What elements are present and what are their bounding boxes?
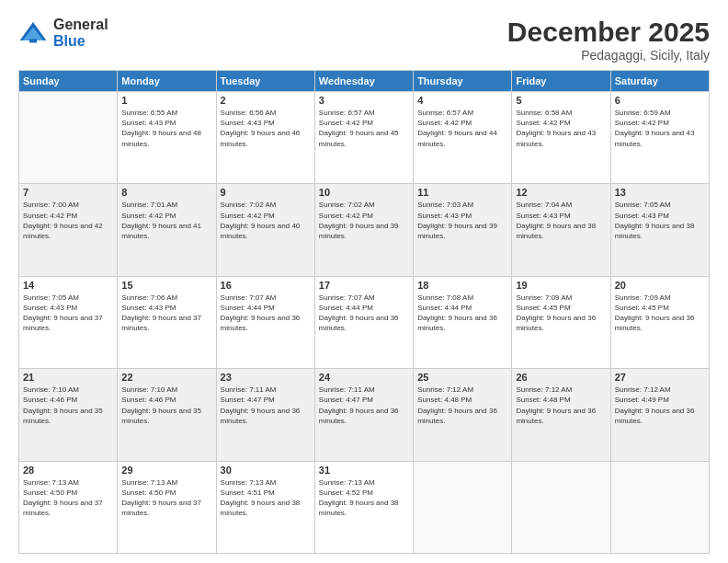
day-number: 15 xyxy=(121,280,211,291)
cell-content: Sunrise: 7:07 AMSunset: 4:44 PMDaylight:… xyxy=(319,293,409,334)
cell-content: Sunrise: 7:06 AMSunset: 4:43 PMDaylight:… xyxy=(121,293,211,334)
cell-content: Sunrise: 7:12 AMSunset: 4:49 PMDaylight:… xyxy=(615,385,705,426)
day-number: 27 xyxy=(615,372,705,383)
calendar-cell: 14Sunrise: 7:05 AMSunset: 4:43 PMDayligh… xyxy=(19,276,118,368)
cell-content: Sunrise: 7:13 AMSunset: 4:51 PMDaylight:… xyxy=(221,477,311,519)
day-number: 14 xyxy=(23,280,113,291)
calendar-week-row: 14Sunrise: 7:05 AMSunset: 4:43 PMDayligh… xyxy=(19,276,710,368)
cell-content: Sunrise: 6:57 AMSunset: 4:42 PMDaylight:… xyxy=(417,108,507,149)
cell-content: Sunrise: 7:02 AMSunset: 4:42 PMDaylight:… xyxy=(221,200,311,241)
day-number: 9 xyxy=(221,187,311,198)
col-sunday: Sunday xyxy=(19,71,118,92)
calendar-cell: 28Sunrise: 7:13 AMSunset: 4:50 PMDayligh… xyxy=(19,461,118,553)
day-number: 23 xyxy=(221,372,311,383)
cell-content: Sunrise: 7:07 AMSunset: 4:44 PMDaylight:… xyxy=(221,293,311,334)
calendar-cell: 3Sunrise: 6:57 AMSunset: 4:42 PMDaylight… xyxy=(314,92,413,184)
logo-text: General Blue xyxy=(53,17,108,49)
header: General Blue December 2025 Pedagaggi, Si… xyxy=(18,17,710,63)
day-number: 5 xyxy=(516,95,606,106)
calendar-week-row: 21Sunrise: 7:10 AMSunset: 4:46 PMDayligh… xyxy=(19,369,710,461)
cell-content: Sunrise: 6:58 AMSunset: 4:42 PMDaylight:… xyxy=(516,108,606,149)
calendar-cell: 24Sunrise: 7:11 AMSunset: 4:47 PMDayligh… xyxy=(314,369,413,461)
col-monday: Monday xyxy=(118,71,216,92)
day-number: 20 xyxy=(615,280,705,291)
calendar-cell: 10Sunrise: 7:02 AMSunset: 4:42 PMDayligh… xyxy=(314,184,413,276)
day-number: 30 xyxy=(221,465,311,476)
logo-blue-text: Blue xyxy=(53,33,108,50)
cell-content: Sunrise: 7:11 AMSunset: 4:47 PMDaylight:… xyxy=(221,385,311,426)
col-tuesday: Tuesday xyxy=(216,71,314,92)
empty-cell xyxy=(414,461,512,553)
cell-content: Sunrise: 7:10 AMSunset: 4:46 PMDaylight:… xyxy=(23,385,113,426)
calendar-cell: 6Sunrise: 6:59 AMSunset: 4:42 PMDaylight… xyxy=(610,92,709,184)
calendar-cell: 20Sunrise: 7:09 AMSunset: 4:45 PMDayligh… xyxy=(610,276,709,368)
calendar-cell: 21Sunrise: 7:10 AMSunset: 4:46 PMDayligh… xyxy=(19,369,118,461)
calendar-cell: 27Sunrise: 7:12 AMSunset: 4:49 PMDayligh… xyxy=(610,369,709,461)
cell-content: Sunrise: 7:04 AMSunset: 4:43 PMDaylight:… xyxy=(516,200,606,241)
calendar-cell: 11Sunrise: 7:03 AMSunset: 4:43 PMDayligh… xyxy=(414,184,512,276)
cell-content: Sunrise: 7:10 AMSunset: 4:46 PMDaylight:… xyxy=(121,385,211,426)
day-number: 31 xyxy=(319,465,409,476)
calendar-week-row: 28Sunrise: 7:13 AMSunset: 4:50 PMDayligh… xyxy=(19,461,710,553)
col-friday: Friday xyxy=(512,71,610,92)
subtitle: Pedagaggi, Sicily, Italy xyxy=(507,48,710,63)
month-title: December 2025 xyxy=(507,17,710,48)
day-number: 8 xyxy=(121,187,211,198)
cell-content: Sunrise: 7:13 AMSunset: 4:50 PMDaylight:… xyxy=(121,477,211,519)
col-thursday: Thursday xyxy=(414,71,512,92)
calendar-cell: 16Sunrise: 7:07 AMSunset: 4:44 PMDayligh… xyxy=(216,276,314,368)
cell-content: Sunrise: 7:02 AMSunset: 4:42 PMDaylight:… xyxy=(319,200,409,241)
day-number: 26 xyxy=(516,372,606,383)
calendar-cell: 23Sunrise: 7:11 AMSunset: 4:47 PMDayligh… xyxy=(216,369,314,461)
calendar-cell: 31Sunrise: 7:13 AMSunset: 4:52 PMDayligh… xyxy=(314,461,413,553)
cell-content: Sunrise: 7:13 AMSunset: 4:50 PMDaylight:… xyxy=(23,477,113,519)
calendar-cell: 19Sunrise: 7:09 AMSunset: 4:45 PMDayligh… xyxy=(512,276,610,368)
calendar-cell: 13Sunrise: 7:05 AMSunset: 4:43 PMDayligh… xyxy=(610,184,709,276)
cell-content: Sunrise: 7:13 AMSunset: 4:52 PMDaylight:… xyxy=(319,477,409,519)
calendar-week-row: 1Sunrise: 6:55 AMSunset: 4:43 PMDaylight… xyxy=(19,92,710,184)
empty-cell xyxy=(19,92,118,184)
day-number: 1 xyxy=(121,95,211,106)
day-number: 22 xyxy=(121,372,211,383)
day-number: 3 xyxy=(319,95,409,106)
cell-content: Sunrise: 7:05 AMSunset: 4:43 PMDaylight:… xyxy=(23,293,113,334)
calendar-cell: 8Sunrise: 7:01 AMSunset: 4:42 PMDaylight… xyxy=(118,184,216,276)
day-number: 10 xyxy=(319,187,409,198)
calendar-cell: 9Sunrise: 7:02 AMSunset: 4:42 PMDaylight… xyxy=(216,184,314,276)
day-number: 16 xyxy=(221,280,311,291)
day-number: 2 xyxy=(221,95,311,106)
day-number: 25 xyxy=(417,372,507,383)
day-number: 11 xyxy=(417,187,507,198)
cell-content: Sunrise: 7:11 AMSunset: 4:47 PMDaylight:… xyxy=(319,385,409,426)
day-number: 18 xyxy=(417,280,507,291)
calendar-table: Sunday Monday Tuesday Wednesday Thursday… xyxy=(18,70,710,554)
col-saturday: Saturday xyxy=(610,71,709,92)
calendar-cell: 29Sunrise: 7:13 AMSunset: 4:50 PMDayligh… xyxy=(118,461,216,553)
calendar-cell: 25Sunrise: 7:12 AMSunset: 4:48 PMDayligh… xyxy=(414,369,512,461)
col-wednesday: Wednesday xyxy=(314,71,413,92)
day-number: 29 xyxy=(121,465,211,476)
calendar-header-row: Sunday Monday Tuesday Wednesday Thursday… xyxy=(19,71,710,92)
cell-content: Sunrise: 7:05 AMSunset: 4:43 PMDaylight:… xyxy=(615,200,705,241)
calendar-cell: 2Sunrise: 6:56 AMSunset: 4:43 PMDaylight… xyxy=(216,92,314,184)
calendar-cell: 30Sunrise: 7:13 AMSunset: 4:51 PMDayligh… xyxy=(216,461,314,553)
cell-content: Sunrise: 7:00 AMSunset: 4:42 PMDaylight:… xyxy=(23,200,113,241)
calendar-cell: 26Sunrise: 7:12 AMSunset: 4:48 PMDayligh… xyxy=(512,369,610,461)
calendar-cell: 17Sunrise: 7:07 AMSunset: 4:44 PMDayligh… xyxy=(314,276,413,368)
empty-cell xyxy=(512,461,610,553)
cell-content: Sunrise: 7:12 AMSunset: 4:48 PMDaylight:… xyxy=(516,385,606,426)
cell-content: Sunrise: 7:09 AMSunset: 4:45 PMDaylight:… xyxy=(516,293,606,334)
calendar-cell: 12Sunrise: 7:04 AMSunset: 4:43 PMDayligh… xyxy=(512,184,610,276)
cell-content: Sunrise: 7:08 AMSunset: 4:44 PMDaylight:… xyxy=(417,293,507,334)
empty-cell xyxy=(610,461,709,553)
calendar-cell: 5Sunrise: 6:58 AMSunset: 4:42 PMDaylight… xyxy=(512,92,610,184)
cell-content: Sunrise: 7:01 AMSunset: 4:42 PMDaylight:… xyxy=(121,200,211,241)
cell-content: Sunrise: 7:09 AMSunset: 4:45 PMDaylight:… xyxy=(615,293,705,334)
day-number: 4 xyxy=(417,95,507,106)
day-number: 19 xyxy=(516,280,606,291)
svg-rect-2 xyxy=(29,39,37,42)
day-number: 28 xyxy=(23,465,113,476)
calendar-cell: 4Sunrise: 6:57 AMSunset: 4:42 PMDaylight… xyxy=(414,92,512,184)
day-number: 21 xyxy=(23,372,113,383)
cell-content: Sunrise: 7:03 AMSunset: 4:43 PMDaylight:… xyxy=(417,200,507,241)
